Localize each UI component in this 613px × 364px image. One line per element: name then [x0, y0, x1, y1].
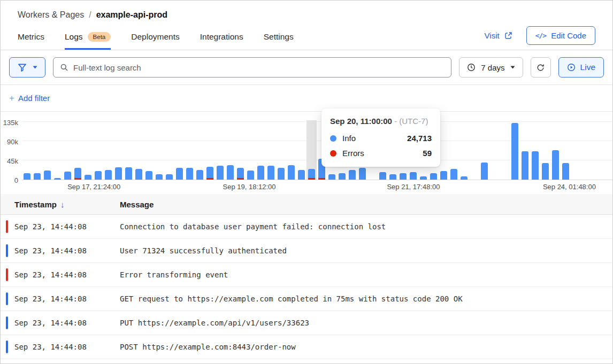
- chart-bar[interactable]: [532, 151, 539, 180]
- visit-link[interactable]: Visit: [485, 31, 512, 40]
- filter-dropdown-button[interactable]: [9, 57, 45, 78]
- chart-bar[interactable]: [562, 163, 569, 180]
- chart-bar[interactable]: [267, 166, 274, 180]
- search-input[interactable]: [73, 63, 445, 72]
- chart-bar[interactable]: [257, 166, 264, 180]
- chart-bar[interactable]: [542, 163, 549, 180]
- chart-bar[interactable]: [298, 170, 305, 180]
- series-color-dot-icon: [330, 150, 336, 157]
- chart-bar[interactable]: [54, 178, 61, 180]
- chart-bar[interactable]: [217, 166, 224, 180]
- chart-bar[interactable]: [379, 172, 386, 180]
- log-timestamp: Sep 23, 14:44:08: [14, 270, 120, 279]
- chart-bar[interactable]: [206, 167, 213, 180]
- chart-bar[interactable]: [24, 173, 30, 180]
- tooltip-timezone: (UTC-7): [399, 117, 428, 126]
- tab-logs[interactable]: Logs Beta: [65, 25, 111, 50]
- chart-bar[interactable]: [359, 168, 366, 180]
- tooltip-separator: -: [394, 117, 397, 126]
- funnel-filter-icon: [17, 63, 27, 73]
- chart-bar-slot: [550, 120, 561, 180]
- tooltip-series-row: Errors59: [330, 149, 432, 158]
- chart-y-axis: 135k90k45k0: [1, 120, 22, 180]
- chart-bar[interactable]: [461, 176, 468, 180]
- chart-bar[interactable]: [450, 169, 457, 180]
- tab-settings[interactable]: Settings: [264, 25, 294, 50]
- table-row[interactable]: Sep 23, 14:44:08GET request to https://e…: [1, 287, 612, 311]
- chart-bar[interactable]: [115, 167, 122, 180]
- chart-bar[interactable]: [95, 171, 102, 180]
- chart-bar[interactable]: [74, 168, 81, 180]
- chart-bar[interactable]: [430, 173, 437, 180]
- chart-bar-slot: [235, 120, 246, 180]
- chart-bar[interactable]: [511, 123, 518, 180]
- refresh-icon: [536, 63, 545, 72]
- chart-bar[interactable]: [308, 169, 315, 180]
- chart-bar-slot: [113, 120, 124, 180]
- chart-bar[interactable]: [552, 150, 559, 180]
- column-header-message: Message: [120, 200, 154, 209]
- chart-bar-slot: [246, 120, 256, 180]
- chart-bar[interactable]: [156, 174, 163, 180]
- chart-bar[interactable]: [278, 168, 285, 180]
- chart-bar-slot: [134, 120, 144, 180]
- chart-bar-slot: [256, 120, 266, 180]
- chart-bar[interactable]: [481, 162, 488, 180]
- log-timestamp: Sep 23, 14:44:08: [14, 222, 120, 231]
- chart-bar[interactable]: [400, 173, 407, 180]
- chart-bar[interactable]: [349, 170, 356, 180]
- chart-bar[interactable]: [247, 171, 254, 180]
- breadcrumb-section[interactable]: Workers & Pages: [18, 10, 84, 20]
- chart-bar[interactable]: [135, 169, 142, 180]
- chart-bar[interactable]: [125, 167, 132, 180]
- table-row[interactable]: Sep 23, 14:44:08Connection to database u…: [1, 215, 612, 239]
- edit-code-button[interactable]: </> Edit Code: [526, 26, 595, 45]
- time-range-dropdown[interactable]: 7 days: [459, 57, 523, 78]
- chart-bar[interactable]: [227, 165, 234, 180]
- chart-bar[interactable]: [420, 176, 427, 180]
- search-icon: [60, 63, 68, 72]
- tab-metrics[interactable]: Metrics: [18, 25, 44, 50]
- chart-bar-slot: [500, 120, 510, 180]
- column-header-timestamp[interactable]: Timestamp ↓: [14, 200, 120, 209]
- chart-bar[interactable]: [186, 168, 193, 180]
- chart-bar[interactable]: [176, 168, 183, 180]
- refresh-button[interactable]: [531, 57, 551, 78]
- table-row[interactable]: Sep 23, 14:44:08Error transforming event: [1, 263, 612, 287]
- chart-bar-slot: [561, 120, 571, 180]
- table-row[interactable]: Sep 23, 14:44:08POST https://example.com…: [1, 335, 612, 359]
- chart-bar[interactable]: [166, 174, 173, 180]
- chart-bar[interactable]: [237, 168, 244, 180]
- chart-bar[interactable]: [196, 170, 203, 180]
- chart-bar-slot: [144, 120, 154, 180]
- chart-bar-slot: [591, 120, 601, 180]
- chart-bar[interactable]: [85, 175, 91, 180]
- log-level-indicator-error: [6, 220, 8, 233]
- table-row[interactable]: Sep 23, 14:44:08PUT https://example.com/…: [1, 311, 612, 335]
- chart-bar[interactable]: [64, 172, 71, 180]
- tab-bar-actions: Visit </> Edit Code: [485, 25, 595, 50]
- chart-bar[interactable]: [328, 174, 335, 180]
- breadcrumb-separator: /: [89, 10, 91, 20]
- chart-bar-error-segment: [74, 178, 81, 180]
- live-button[interactable]: Live: [558, 57, 604, 78]
- y-axis-label: 135k: [3, 119, 18, 127]
- chart-bar-slot: [459, 120, 469, 180]
- chart-plot-area: [22, 120, 612, 180]
- tab-integrations[interactable]: Integrations: [200, 25, 243, 50]
- chart-bar[interactable]: [522, 151, 528, 180]
- chart-bar-slot: [42, 120, 52, 180]
- chart-bar[interactable]: [288, 165, 295, 180]
- log-toolbar: 7 days Live: [1, 50, 612, 85]
- chart-bar[interactable]: [389, 174, 396, 180]
- add-filter-button[interactable]: + Add filter: [9, 93, 50, 104]
- chart-bar[interactable]: [44, 171, 51, 180]
- tab-deployments[interactable]: Deployments: [131, 25, 179, 50]
- chart-bar[interactable]: [105, 170, 112, 180]
- table-row[interactable]: Sep 23, 14:44:08User 71324 successfully …: [1, 239, 612, 263]
- chart-bar[interactable]: [339, 173, 346, 180]
- chart-bar[interactable]: [145, 171, 152, 180]
- chart-bar[interactable]: [440, 171, 447, 180]
- chart-bar[interactable]: [410, 172, 417, 180]
- chart-bar[interactable]: [34, 173, 41, 180]
